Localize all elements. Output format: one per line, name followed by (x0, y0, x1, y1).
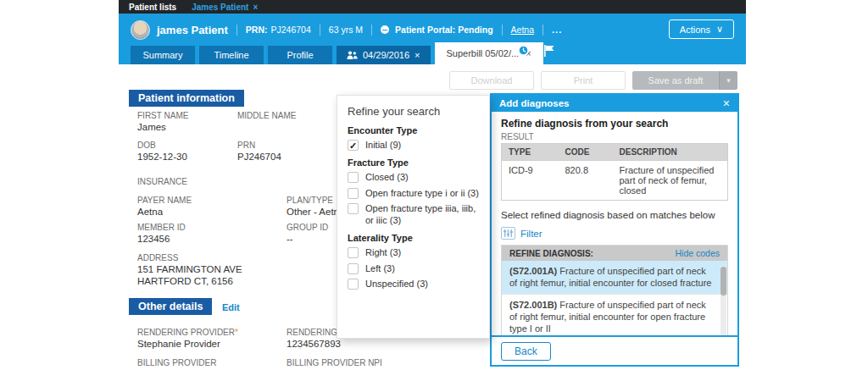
insurance-section-label: INSURANCE (137, 177, 187, 186)
refine-diagnosis-subtitle: Refine diagnosis from your search (501, 118, 728, 130)
patient-prn: PRN: PJ246704 (246, 25, 311, 35)
divider (320, 25, 320, 36)
col-code: CODE (559, 144, 613, 161)
checkbox-icon[interactable]: ✓ (348, 140, 359, 151)
checkbox-icon[interactable] (348, 203, 359, 214)
tab-appointment-label: 04/29/2016 (363, 50, 409, 60)
col-type: TYPE (502, 144, 559, 161)
checkbox-icon[interactable] (348, 279, 359, 290)
prn-value: PJ246704 (271, 25, 311, 35)
modal-body: Refine diagnosis from your search RESULT… (492, 112, 737, 337)
field-label: BILLING PROVIDER NPI (287, 358, 382, 367)
field-value: 1952-12-30 (137, 152, 187, 162)
checkbox-closed[interactable]: Closed (3) (348, 172, 479, 184)
filter-button[interactable]: Filter (501, 227, 542, 240)
popup-title: Refine your search (348, 105, 479, 118)
cell-type: ICD-9 (502, 161, 559, 201)
filter-sliders-icon (501, 227, 515, 240)
patient-information-title: Patient information (129, 90, 244, 107)
tab-summary[interactable]: Summary (131, 46, 195, 64)
checkbox-icon[interactable] (348, 188, 359, 199)
field-label: BILLING PROVIDER (137, 358, 216, 367)
scrollbar[interactable] (721, 266, 726, 337)
add-diagnoses-modal: Add diagnoses × Refine diagnosis from yo… (490, 93, 739, 367)
modal-header: Add diagnoses × (492, 95, 737, 112)
option-label: Open fracture type iiia, iiib, or iiic (… (365, 203, 479, 227)
checkbox-open-iiia-iiib-iiic[interactable]: Open fracture type iiia, iiib, or iiic (… (348, 203, 479, 227)
field-label: ADDRESS (137, 253, 242, 262)
fracture-type-heading: Fracture Type (348, 157, 479, 168)
scrollbar-thumb[interactable] (721, 267, 726, 295)
refine-diagnosis-label: REFINE DIAGNOSIS: (509, 249, 593, 258)
hide-codes-link[interactable]: Hide codes (675, 248, 720, 258)
field-billing-provider: BILLING PROVIDER (137, 358, 216, 367)
field-payer-name: PAYER NAME Aetna (137, 196, 192, 217)
encounter-type-heading: Encounter Type (348, 125, 479, 135)
field-label: FIRST NAME (137, 111, 188, 120)
patient-portal-status: Patient Portal: Pending (381, 25, 493, 35)
patient-summary-row: james Patient PRN: PJ246704 63 yrs M Pat… (119, 17, 746, 42)
tab-james-patient[interactable]: James Patient × (192, 3, 258, 12)
tab-profile[interactable]: Profile (268, 46, 332, 64)
col-description: DESCRIPTION (613, 144, 728, 161)
tab-appointment[interactable]: 04/29/2016 × (337, 46, 431, 64)
modal-title: Add diagnoses (499, 98, 569, 108)
diagnosis-list-header: REFINE DIAGNOSIS: Hide codes (502, 246, 727, 261)
flag-icon[interactable] (543, 45, 555, 57)
checkbox-right[interactable]: Right (3) (348, 247, 479, 259)
refine-search-popup: Refine your search Encounter Type ✓ Init… (337, 95, 490, 339)
history-icon[interactable] (517, 44, 530, 57)
field-value: PJ246704 (237, 152, 281, 162)
field-member-id: MEMBER ID 123456 (137, 223, 186, 244)
field-label: INSURANCE (137, 177, 187, 186)
save-as-draft-button[interactable]: Save as draft (632, 71, 719, 90)
divider (236, 25, 237, 36)
divider (542, 25, 543, 36)
cell-description: Fracture of unspecified part of neck of … (613, 161, 728, 201)
tab-patient-lists[interactable]: Patient lists (129, 3, 176, 12)
option-label: Right (3) (365, 247, 401, 259)
patient-name: james Patient (157, 24, 228, 36)
field-value-line2: HARTFORD CT, 6156 (137, 276, 242, 286)
prn-label: PRN: (246, 25, 268, 35)
diagnosis-item-s72001b[interactable]: (S72.001B) Fracture of unspecified part … (502, 294, 727, 337)
field-middle-name: MIDDLE NAME (237, 111, 296, 120)
diagnosis-item-s72001a[interactable]: (S72.001A) Fracture of unspecified part … (502, 261, 727, 294)
patient-nav-tabs: Summary Timeline Profile 04/29/2016 × Su… (131, 42, 543, 64)
checkbox-icon[interactable] (348, 247, 359, 258)
back-button[interactable]: Back (501, 342, 551, 361)
option-label: Open fracture type i or ii (3) (365, 188, 479, 200)
save-options-caret-icon[interactable]: ▾ (719, 71, 737, 90)
field-value: -- (287, 234, 328, 244)
more-menu-icon[interactable]: ... (552, 25, 562, 35)
print-button[interactable]: Print (541, 71, 626, 90)
result-table-header-row: TYPE CODE DESCRIPTION (502, 144, 728, 161)
checkbox-initial[interactable]: ✓ Initial (9) (348, 140, 479, 152)
field-address: ADDRESS 151 FARMINGTON AVE HARTFORD CT, … (137, 253, 242, 286)
close-icon[interactable]: × (415, 50, 420, 60)
field-value: 123456 (137, 234, 186, 244)
download-button[interactable]: Download (449, 71, 534, 90)
patients-icon (347, 51, 358, 59)
close-icon[interactable]: × (723, 97, 730, 110)
result-table-row: ICD-9 820.8 Fracture of unspecified part… (502, 161, 728, 201)
checkbox-unspecified[interactable]: Unspecified (3) (348, 279, 479, 290)
ehr-window: Patient lists James Patient × james Pati… (119, 0, 746, 370)
patient-avatar (131, 20, 150, 40)
tab-superbill-label: Superbill 05/02/... (447, 48, 520, 58)
field-rendering-provider: RENDERING PROVIDER* Stephanie Provider (137, 328, 238, 349)
actions-button[interactable]: Actions ∨ (669, 19, 734, 39)
window-tab-bar: Patient lists James Patient × (119, 0, 746, 14)
option-label: Left (3) (365, 263, 395, 275)
field-group-id: GROUP ID -- (287, 223, 328, 244)
checkbox-open-i-ii[interactable]: Open fracture type i or ii (3) (348, 188, 479, 200)
checkbox-icon[interactable] (348, 263, 359, 274)
checkbox-left[interactable]: Left (3) (348, 263, 479, 275)
diagnosis-code: (S72.001B) (509, 300, 557, 310)
close-icon[interactable]: × (253, 3, 258, 12)
screen: Patient lists James Patient × james Pati… (0, 0, 868, 370)
tab-timeline[interactable]: Timeline (199, 46, 264, 64)
checkbox-icon[interactable] (348, 172, 359, 183)
insurance-link[interactable]: Aetna (511, 25, 534, 35)
edit-other-details-link[interactable]: Edit (222, 302, 240, 312)
